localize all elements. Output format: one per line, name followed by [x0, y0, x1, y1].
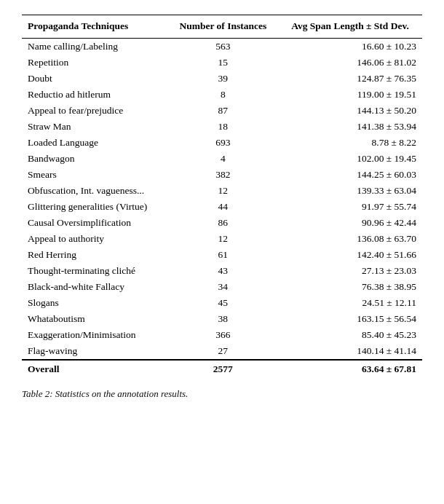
technique-cell: Bandwagon — [22, 151, 168, 167]
technique-cell: Loaded Language — [22, 135, 168, 151]
avg-cell: 144.13 ± 50.20 — [278, 103, 422, 119]
technique-cell: Whataboutism — [22, 311, 168, 327]
instances-cell: 27 — [168, 343, 278, 360]
instances-cell: 87 — [168, 103, 278, 119]
col-header-technique: Propaganda Techniques — [22, 15, 168, 39]
col-header-instances: Number of Instances — [168, 15, 278, 39]
instances-cell: 18 — [168, 119, 278, 135]
table-row: Smears382144.25 ± 60.03 — [22, 167, 422, 183]
technique-cell: Name calling/Labeling — [22, 38, 168, 55]
instances-cell: 86 — [168, 215, 278, 231]
table-row: Whataboutism38163.15 ± 56.54 — [22, 311, 422, 327]
technique-cell: Causal Oversimplification — [22, 215, 168, 231]
table-row: Black-and-white Fallacy3476.38 ± 38.95 — [22, 279, 422, 295]
avg-cell: 142.40 ± 51.66 — [278, 247, 422, 263]
table-row: Repetition15146.06 ± 81.02 — [22, 55, 422, 71]
avg-cell: 136.08 ± 63.70 — [278, 231, 422, 247]
instances-cell: 563 — [168, 38, 278, 55]
table-row: Reductio ad hitlerum8119.00 ± 19.51 — [22, 87, 422, 103]
instances-cell: 4 — [168, 151, 278, 167]
avg-cell: 91.97 ± 55.74 — [278, 199, 422, 215]
instances-cell: 8 — [168, 87, 278, 103]
avg-cell: 27.13 ± 23.03 — [278, 263, 422, 279]
table-row: Thought-terminating cliché4327.13 ± 23.0… — [22, 263, 422, 279]
avg-cell: 140.14 ± 41.14 — [278, 343, 422, 360]
avg-cell: 8.78 ± 8.22 — [278, 135, 422, 151]
table-row: Causal Oversimplification8690.96 ± 42.44 — [22, 215, 422, 231]
table-row: Doubt39124.87 ± 76.35 — [22, 71, 422, 87]
avg-cell: 16.60 ± 10.23 — [278, 38, 422, 55]
technique-cell: Black-and-white Fallacy — [22, 279, 168, 295]
technique-cell: Straw Man — [22, 119, 168, 135]
instances-cell: 43 — [168, 263, 278, 279]
table-row: Exaggeration/Minimisation36685.40 ± 45.2… — [22, 327, 422, 343]
avg-cell: 139.33 ± 63.04 — [278, 183, 422, 199]
technique-cell: Smears — [22, 167, 168, 183]
overall-avg-cell: 63.64 ± 67.81 — [278, 360, 422, 378]
table-row: Red Herring61142.40 ± 51.66 — [22, 247, 422, 263]
avg-cell: 102.00 ± 19.45 — [278, 151, 422, 167]
avg-cell: 146.06 ± 81.02 — [278, 55, 422, 71]
avg-cell: 76.38 ± 38.95 — [278, 279, 422, 295]
instances-cell: 39 — [168, 71, 278, 87]
overall-technique-cell: Overall — [22, 360, 168, 378]
avg-cell: 163.15 ± 56.54 — [278, 311, 422, 327]
instances-cell: 38 — [168, 311, 278, 327]
instances-cell: 693 — [168, 135, 278, 151]
technique-cell: Exaggeration/Minimisation — [22, 327, 168, 343]
technique-cell: Repetition — [22, 55, 168, 71]
technique-cell: Doubt — [22, 71, 168, 87]
avg-cell: 119.00 ± 19.51 — [278, 87, 422, 103]
technique-cell: Obfuscation, Int. vagueness... — [22, 183, 168, 199]
table-row: Appeal to fear/prejudice87144.13 ± 50.20 — [22, 103, 422, 119]
avg-cell: 124.87 ± 76.35 — [278, 71, 422, 87]
table-row: Slogans4524.51 ± 12.11 — [22, 295, 422, 311]
table-caption: Table 2: Statistics on the annotation re… — [22, 388, 422, 400]
table-row: Obfuscation, Int. vagueness...12139.33 ±… — [22, 183, 422, 199]
instances-cell: 15 — [168, 55, 278, 71]
technique-cell: Appeal to fear/prejudice — [22, 103, 168, 119]
instances-cell: 44 — [168, 199, 278, 215]
table-row: Glittering generalities (Virtue)4491.97 … — [22, 199, 422, 215]
instances-cell: 382 — [168, 167, 278, 183]
technique-cell: Slogans — [22, 295, 168, 311]
technique-cell: Red Herring — [22, 247, 168, 263]
technique-cell: Thought-terminating cliché — [22, 263, 168, 279]
statistics-table: Propaganda Techniques Number of Instance… — [22, 15, 422, 378]
table-row: Straw Man18141.38 ± 53.94 — [22, 119, 422, 135]
instances-cell: 12 — [168, 231, 278, 247]
instances-cell: 366 — [168, 327, 278, 343]
instances-cell: 45 — [168, 295, 278, 311]
table-row: Name calling/Labeling56316.60 ± 10.23 — [22, 38, 422, 55]
table-row: Appeal to authority12136.08 ± 63.70 — [22, 231, 422, 247]
avg-cell: 24.51 ± 12.11 — [278, 295, 422, 311]
avg-cell: 90.96 ± 42.44 — [278, 215, 422, 231]
avg-cell: 141.38 ± 53.94 — [278, 119, 422, 135]
overall-instances-cell: 2577 — [168, 360, 278, 378]
avg-cell: 144.25 ± 60.03 — [278, 167, 422, 183]
table-row: Flag-waving27140.14 ± 41.14 — [22, 343, 422, 360]
technique-cell: Flag-waving — [22, 343, 168, 360]
table-row: Bandwagon4102.00 ± 19.45 — [22, 151, 422, 167]
avg-cell: 85.40 ± 45.23 — [278, 327, 422, 343]
technique-cell: Reductio ad hitlerum — [22, 87, 168, 103]
col-header-avg: Avg Span Length ± Std Dev. — [278, 15, 422, 39]
technique-cell: Appeal to authority — [22, 231, 168, 247]
instances-cell: 61 — [168, 247, 278, 263]
instances-cell: 34 — [168, 279, 278, 295]
instances-cell: 12 — [168, 183, 278, 199]
table-row: Loaded Language6938.78 ± 8.22 — [22, 135, 422, 151]
technique-cell: Glittering generalities (Virtue) — [22, 199, 168, 215]
overall-row: Overall257763.64 ± 67.81 — [22, 360, 422, 378]
